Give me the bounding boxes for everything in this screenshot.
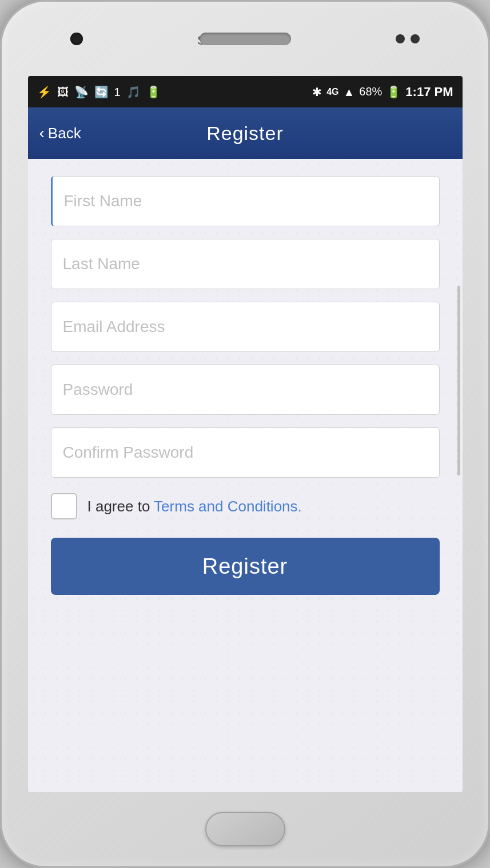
- screen-share-icon: 📡: [74, 86, 89, 98]
- back-chevron-icon: ‹: [39, 125, 45, 141]
- scrollbar[interactable]: [457, 286, 460, 475]
- terms-checkbox[interactable]: [51, 493, 77, 519]
- image-icon: 🖼: [57, 86, 69, 98]
- bluetooth-icon: ✱: [312, 86, 322, 98]
- confirm-password-input[interactable]: [51, 427, 440, 478]
- terms-agree-text: I agree to Terms and Conditions.: [87, 498, 302, 515]
- back-button[interactable]: ‹ Back: [39, 125, 81, 142]
- phone-top-hardware: [2, 2, 488, 76]
- terms-row: I agree to Terms and Conditions.: [51, 490, 440, 522]
- phone-device: SAMSUNG ⚡ 🖼 📡 🔄 1 🎵 🔋 ✱ 4G ▲: [0, 0, 490, 868]
- refresh-icon: 🔄: [94, 86, 109, 98]
- speaker: [200, 33, 291, 45]
- back-label: Back: [48, 125, 81, 142]
- signal-icon: ▲: [344, 86, 355, 98]
- sensors: [396, 34, 420, 43]
- password-input[interactable]: [51, 365, 440, 415]
- battery-alert-icon: 🔋: [146, 86, 161, 98]
- register-button[interactable]: Register: [51, 538, 440, 595]
- front-camera: [70, 33, 83, 45]
- terms-agree-prefix: I agree to: [87, 498, 154, 515]
- sensor-1: [396, 34, 405, 43]
- phone-bottom-hardware: [2, 792, 488, 866]
- sim-icon: 1: [114, 86, 121, 98]
- page-title: Register: [206, 122, 284, 145]
- status-left-icons: ⚡ 🖼 📡 🔄 1 🎵 🔋: [37, 86, 161, 98]
- phone-screen: ⚡ 🖼 📡 🔄 1 🎵 🔋 ✱ 4G ▲ 68% 🔋 1:17 PM ‹ B: [28, 76, 463, 792]
- terms-link[interactable]: Terms and Conditions.: [154, 498, 302, 515]
- network-4g-icon: 4G: [326, 87, 338, 97]
- usb-icon: ⚡: [37, 86, 51, 98]
- battery-percentage: 68%: [359, 85, 382, 98]
- app-header: ‹ Back Register: [28, 107, 463, 159]
- home-button[interactable]: [205, 812, 285, 846]
- battery-icon: 🔋: [387, 86, 401, 98]
- form-content: I agree to Terms and Conditions. Registe…: [28, 159, 463, 792]
- email-input[interactable]: [51, 302, 440, 352]
- headphone-icon: 🎵: [126, 86, 141, 98]
- first-name-input[interactable]: [51, 176, 440, 226]
- status-bar: ⚡ 🖼 📡 🔄 1 🎵 🔋 ✱ 4G ▲ 68% 🔋 1:17 PM: [28, 76, 463, 107]
- status-time: 1:17 PM: [405, 85, 453, 99]
- last-name-input[interactable]: [51, 239, 440, 289]
- status-right-icons: ✱ 4G ▲ 68% 🔋 1:17 PM: [312, 85, 453, 99]
- sensor-2: [411, 34, 420, 43]
